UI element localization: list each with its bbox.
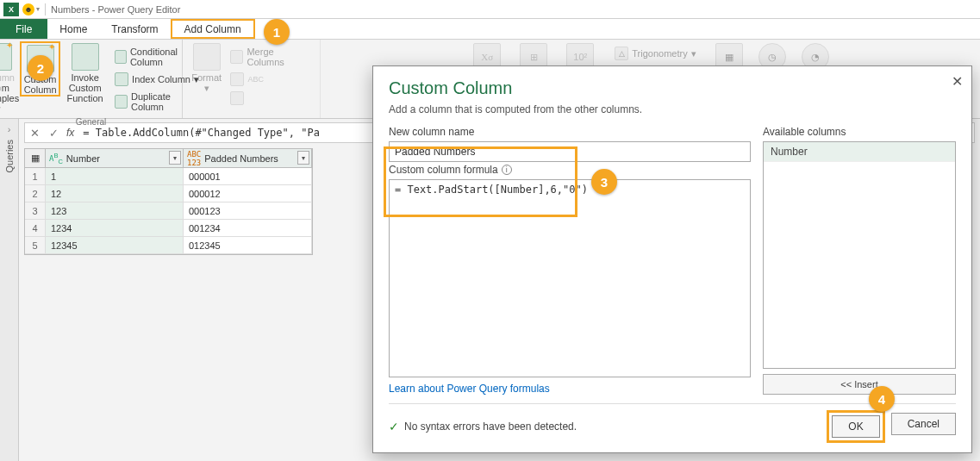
excel-icon: X (3, 3, 19, 16)
dialog-subtitle: Add a column that is computed from the o… (389, 103, 956, 115)
close-icon[interactable]: ✕ (952, 73, 963, 90)
smiley-icon: ☻ (22, 3, 34, 16)
callout-4: 4 (869, 386, 895, 412)
column-filter-icon[interactable]: ▾ (297, 151, 309, 165)
ribbon-group-general: General (76, 117, 107, 128)
cell-padded[interactable]: 000123 (184, 202, 312, 219)
ribbon-tabs: File Home Transform Add Column (0, 19, 980, 40)
qat-dropdown-icon[interactable]: ▾ (36, 5, 40, 13)
extract-button[interactable]: ABC (227, 71, 313, 88)
invoke-custom-function-button[interactable]: Invoke Custom Function (60, 41, 109, 103)
cell-number[interactable]: 12 (46, 185, 184, 202)
callout-3: 3 (591, 169, 617, 195)
format-button[interactable]: Format▾ (188, 41, 225, 94)
expand-queries-icon[interactable]: › (8, 124, 11, 134)
available-columns-list[interactable]: Number (763, 141, 956, 369)
table-row[interactable]: 512345012345 (25, 237, 312, 254)
available-column-item[interactable]: Number (764, 142, 955, 162)
row-number: 1 (25, 168, 46, 184)
queries-label[interactable]: Queries (4, 140, 15, 173)
tab-file[interactable]: File (0, 19, 47, 39)
title-bar: X ☻ ▾ Numbers - Power Query Editor (0, 0, 980, 19)
tab-home[interactable]: Home (47, 19, 99, 39)
row-number: 3 (25, 202, 46, 219)
formula-commit-icon[interactable]: ✓ (44, 127, 63, 140)
custom-formula-label: Custom column formula i (389, 164, 751, 176)
cell-padded[interactable]: 001234 (184, 220, 312, 236)
callout-1: 1 (264, 19, 290, 45)
table-row[interactable]: 11000001 (25, 168, 312, 185)
column-header-number[interactable]: ABC Number ▾ (46, 149, 184, 167)
callout-2: 2 (28, 55, 53, 81)
cell-number[interactable]: 1 (46, 168, 184, 184)
merge-columns-button[interactable]: Merge Columns (227, 45, 313, 69)
parse-button[interactable] (227, 90, 313, 107)
tab-add-column[interactable]: Add Column (171, 19, 255, 39)
type-text-icon: ABC (49, 152, 63, 165)
cell-padded[interactable]: 000012 (184, 185, 312, 202)
window-title: Numbers - Power Query Editor (51, 4, 180, 15)
syntax-status: ✓ No syntax errors have been detected. (389, 420, 577, 433)
trigonometry-button[interactable]: △Trigonometry ▾ (611, 45, 699, 62)
check-icon: ✓ (389, 420, 399, 433)
cell-number[interactable]: 1234 (46, 220, 184, 236)
learn-link[interactable]: Learn about Power Query formulas (389, 383, 751, 395)
column-filter-icon[interactable]: ▾ (169, 151, 181, 165)
info-icon[interactable]: i (502, 165, 512, 175)
cell-padded[interactable]: 012345 (184, 237, 312, 253)
row-number: 4 (25, 220, 46, 236)
table-corner[interactable]: ▦ (25, 149, 46, 167)
cancel-button[interactable]: Cancel (891, 413, 956, 435)
fx-icon[interactable]: fx (63, 127, 78, 139)
insert-button[interactable]: << Insert (763, 374, 956, 395)
cell-number[interactable]: 12345 (46, 237, 184, 253)
table-row[interactable]: 3123000123 (25, 202, 312, 220)
column-header-padded[interactable]: ABC123 Padded Numbers ▾ (184, 149, 312, 167)
new-column-name-input[interactable] (389, 141, 751, 162)
tab-transform[interactable]: Transform (99, 19, 170, 39)
row-number: 2 (25, 185, 46, 202)
cell-padded[interactable]: 000001 (184, 168, 312, 184)
available-columns-label: Available columns (763, 126, 956, 138)
ok-button[interactable]: OK (832, 415, 879, 438)
custom-formula-input[interactable]: = Text.PadStart([Number],6,"0") (389, 179, 751, 377)
data-table: ▦ ABC Number ▾ ABC123 Padded Numbers ▾ 1… (24, 148, 313, 255)
cell-number[interactable]: 123 (46, 202, 184, 219)
type-any-icon: ABC123 (187, 150, 201, 167)
dialog-title: Custom Column (389, 78, 956, 98)
side-panel: › Queries (0, 119, 19, 461)
column-from-examples-button[interactable]: Column FromExamples ▾ (0, 41, 20, 114)
new-column-name-label: New column name (389, 126, 751, 138)
formula-cancel-icon[interactable]: ✕ (25, 127, 44, 140)
table-row[interactable]: 212000012 (25, 185, 312, 202)
row-number: 5 (25, 237, 46, 253)
table-row[interactable]: 41234001234 (25, 220, 312, 237)
